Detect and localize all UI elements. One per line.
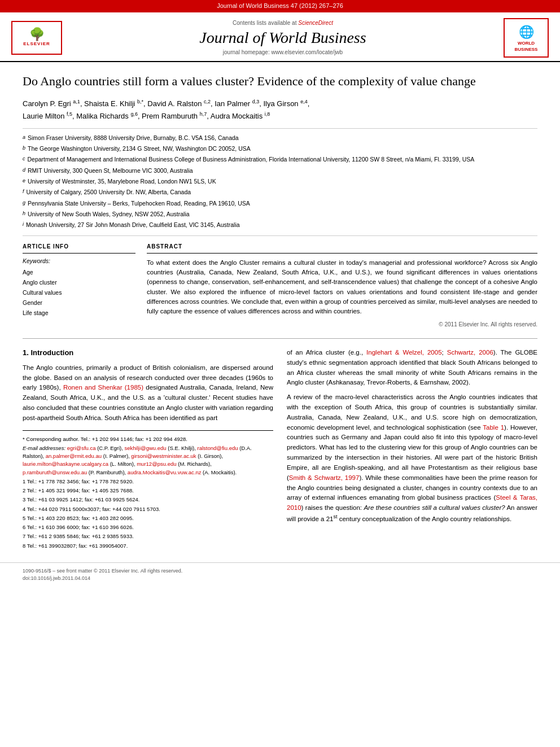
globe-icon: 🌐 [519,23,534,41]
smith-schwartz-link[interactable]: Smith & Schwartz, 1997 [289,474,360,481]
journal-header: 🌳 ELSEVIER Contents lists available at S… [0,12,560,62]
table1-link[interactable]: Table 1 [483,424,504,431]
abstract-heading: ABSTRACT [147,243,537,254]
journal-top-bar: Journal of World Business 47 (2012) 267–… [0,0,560,12]
affil-line-h: h University of New South Wales, Sydney,… [23,209,537,220]
affil-line-d: d RMIT University, 300 Queen St, Melbour… [23,166,537,177]
bottom-bar: 1090-9516/$ – see front matter © 2011 El… [0,562,560,586]
footnote-5: 5 Tel.: +1 403 220 8523; fax: +1 403 282… [23,514,273,522]
abstract-text: To what extent does the Anglo Cluster re… [147,258,537,317]
two-col-layout: ARTICLE INFO Keywords: Age Anglo cluster… [23,243,537,329]
article-title: Do Anglo countries still form a values c… [23,73,537,90]
inglehart-welzel-link[interactable]: Inglehart & Welzel, 2005 [366,349,441,356]
homepage-text: journal homepage: www.elsevier.com/locat… [223,49,343,55]
copyright-line: © 2011 Elsevier Inc. All rights reserved… [147,321,537,329]
footnote-6: 6 Tel.: +1 610 396 6000; fax: +1 610 396… [23,523,273,531]
footnote-7: 7 Tel.: +61 2 9385 5846; fax: +61 2 9385… [23,532,273,540]
footnote-corresponding: * Corresponding author. Tel.: +1 202 994… [23,435,273,443]
body-right-para-2: A review of the macro-level characterist… [287,392,537,524]
footnote-email: E-mail addresses: egri@sfu.ca (C.P. Egri… [23,444,273,477]
body-left-para-1: The Anglo countries, primarily a product… [23,363,273,423]
footnote-8: 8 Tel.: +61 399032807; fax: +61 39905400… [23,542,273,550]
section1-heading: 1. Introduction [23,348,273,359]
elsevier-label: ELSEVIER [23,41,50,47]
affil-line-c: c Department of Management and Internati… [23,155,537,165]
journal-logo-inner: WORLDBUSINESS [515,41,538,53]
footnote-1: 1 Tel.: +1 778 782 3456; fax: +1 778 782… [23,478,273,486]
affil-line-b: b The George Washington University, 2134… [23,144,537,155]
keyword-age: Age [23,268,135,278]
body-left-col: 1. Introduction The Anglo countries, pri… [23,348,273,551]
footnote-2: 2 Tel.: +1 405 321 9994; fax: +1 405 325… [23,487,273,495]
section-divider [23,338,537,339]
doi-text: doi:10.1016/j.jwb.2011.04.014 [23,575,90,581]
journal-title-header: Journal of World Business [68,28,498,47]
article-info-heading: ARTICLE INFO [23,243,135,254]
affil-line-g: g Pennsylvania State University – Berks,… [23,199,537,209]
journal-header-center: Contents lists available at ScienceDirec… [68,19,498,57]
elsevier-logo: 🌳 ELSEVIER [11,21,62,55]
keywords-label: Keywords: [23,257,135,265]
keyword-life-stage: Life stage [23,308,135,318]
sciencedirect-line: Contents lists available at ScienceDirec… [68,19,498,28]
body-right-para-1: of an Africa cluster (e.g., Inglehart & … [287,348,537,388]
affil-line-f: f University of Calgary, 2500 University… [23,187,537,198]
affil-line-a: a Simon Fraser University, 8888 Universi… [23,133,537,144]
page-wrapper: Journal of World Business 47 (2012) 267–… [0,0,560,586]
issn-text: 1090-9516/$ – see front matter © 2011 El… [23,568,182,574]
keyword-anglo-cluster: Anglo cluster [23,278,135,288]
body-two-col: 1. Introduction The Anglo countries, pri… [23,348,537,551]
journal-homepage: journal homepage: www.elsevier.com/locat… [68,49,498,57]
ronen-shenkar-link[interactable]: Ronen and Shenkar (1985) [63,384,143,391]
footnote-3: 3 Tel.: +61 03 9925 1412; fax: +61 03 99… [23,496,273,504]
elsevier-tree-icon: 🌳 [29,28,45,41]
abstract-col: ABSTRACT To what extent does the Anglo C… [147,243,537,329]
footnote-4: 4 Tel.: +44 020 7911 5000x3037; fax: +44… [23,505,273,513]
article-info-col: ARTICLE INFO Keywords: Age Anglo cluster… [23,243,135,329]
footnotes-area: * Corresponding author. Tel.: +1 202 994… [23,430,273,550]
italic-question: Are these countries still a cultural val… [364,504,505,511]
body-right-col: of an Africa cluster (e.g., Inglehart & … [287,348,537,551]
affiliations: a Simon Fraser University, 8888 Universi… [23,128,537,237]
journal-logo-box: 🌐 WORLDBUSINESS [504,18,549,58]
sciencedirect-link[interactable]: ScienceDirect [298,20,333,26]
keyword-gender: Gender [23,298,135,308]
schwartz-2006-link[interactable]: Schwartz, 2006 [447,349,493,356]
sciencedirect-text: Contents lists available at [233,20,296,26]
top-bar-text: Journal of World Business 47 (2012) 267–… [217,2,343,9]
affil-line-e: e University of Westminster, 35, Maryleb… [23,177,537,187]
keyword-cultural-values: Cultural values [23,288,135,298]
clustering-text: clustering [378,444,406,451]
main-content: Do Anglo countries still form a values c… [0,62,560,562]
affil-line-i: i Monash University, 27 Sir John Monash … [23,220,537,231]
authors-line: Carolyn P. Egri a,1, Shaista E. Khilji b… [23,98,537,123]
